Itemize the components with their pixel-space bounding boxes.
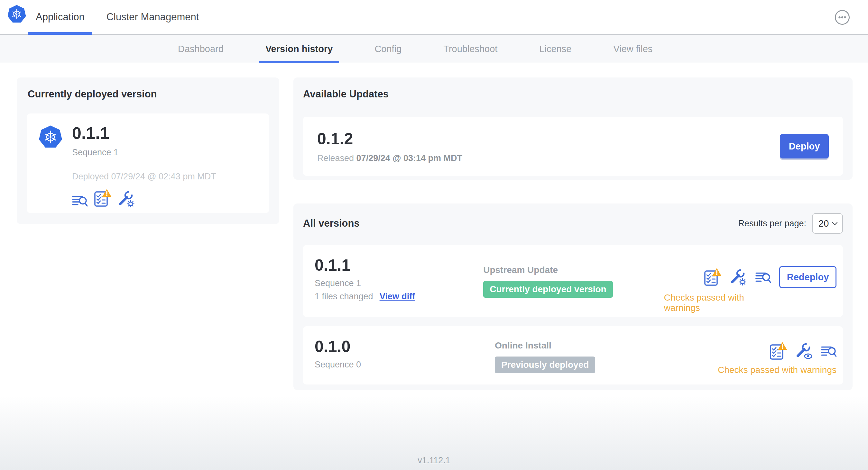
logs-icon[interactable] <box>755 270 771 284</box>
app-kubernetes-icon <box>38 125 63 149</box>
config-icon[interactable] <box>730 269 747 286</box>
results-per-page-value: 20 <box>818 218 829 229</box>
subnav-tabs: Dashboard Version history Config Trouble… <box>172 35 868 63</box>
currently-deployed-card: Currently deployed version 0.1.1 Sequenc… <box>17 77 279 224</box>
subnav-tab-config[interactable]: Config <box>368 35 408 63</box>
subnav-tab-troubleshoot[interactable]: Troubleshoot <box>437 35 504 63</box>
console-version: v1.112.1 <box>0 456 868 466</box>
chevron-down-icon <box>832 222 838 225</box>
subnav-tab-license[interactable]: License <box>533 35 578 63</box>
deployed-version-number: 0.1.1 <box>72 124 216 143</box>
preflight-checks-warning-icon[interactable] <box>770 342 787 360</box>
more-options-button[interactable] <box>835 10 850 25</box>
header-tabs: Application Cluster Management <box>28 0 207 34</box>
previously-deployed-badge: Previously deployed <box>495 357 595 373</box>
row-sequence: Sequence 1 <box>315 278 483 289</box>
deployed-timestamp: Deployed 07/29/24 @ 02:43 pm MDT <box>72 172 216 181</box>
preflight-checks-warning-icon[interactable] <box>94 189 111 207</box>
subnav-tab-version-history[interactable]: Version history <box>259 35 339 63</box>
row-actions <box>770 342 836 360</box>
currently-deployed-badge: Currently deployed version <box>483 281 613 298</box>
all-versions-card: All versions Results per page: 20 0.1.1 … <box>293 203 852 390</box>
update-released-line: Released 07/29/24 @ 03:14 pm MDT <box>317 153 462 163</box>
version-row-0-1-0: 0.1.0 Sequence 0 Online Install Previous… <box>303 326 843 384</box>
results-per-page-label: Results per page: <box>738 219 806 229</box>
subnav-tab-view-files[interactable]: View files <box>607 35 659 63</box>
available-update-row: 0.1.2 Released 07/29/24 @ 03:14 pm MDT D… <box>303 117 843 176</box>
released-prefix: Released <box>317 153 354 163</box>
preflight-status-text: Checks passed with warnings <box>664 293 771 313</box>
logs-icon[interactable] <box>72 194 88 207</box>
results-per-page: Results per page: 20 <box>738 213 843 234</box>
top-navbar: Application Cluster Management <box>0 0 868 35</box>
preflight-checks-warning-icon[interactable] <box>704 268 721 287</box>
row-version-number: 0.1.1 <box>315 256 483 274</box>
update-version-number: 0.1.2 <box>317 130 462 148</box>
row-version-number: 0.1.0 <box>315 337 495 356</box>
tab-cluster-management[interactable]: Cluster Management <box>99 0 207 34</box>
row-actions: Redeploy <box>704 266 836 288</box>
released-date: 07/29/24 @ 03:14 pm MDT <box>356 153 462 163</box>
row-sequence: Sequence 0 <box>315 360 495 370</box>
version-source: Online Install <box>495 340 688 351</box>
config-view-icon[interactable] <box>795 343 813 360</box>
results-per-page-select[interactable]: 20 <box>812 213 843 234</box>
deployed-sequence: Sequence 1 <box>72 147 216 158</box>
preflight-status-text: Checks passed with warnings <box>718 365 836 375</box>
files-changed-label: 1 files changed <box>315 292 373 302</box>
available-updates-card: Available Updates 0.1.2 Released 07/29/2… <box>293 77 852 180</box>
app-subnav: Dashboard Version history Config Trouble… <box>0 35 868 63</box>
currently-deployed-version-panel: 0.1.1 Sequence 1 Deployed 07/29/24 @ 02:… <box>27 113 269 213</box>
version-row-0-1-1: 0.1.1 Sequence 1 1 files changed View di… <box>303 245 843 317</box>
all-versions-title: All versions <box>303 217 360 229</box>
logs-icon[interactable] <box>821 344 836 358</box>
deployed-version-actions <box>72 189 216 207</box>
version-source: Upstream Update <box>483 265 664 275</box>
redeploy-button[interactable]: Redeploy <box>779 266 836 288</box>
deploy-button[interactable]: Deploy <box>780 134 829 159</box>
tab-application[interactable]: Application <box>28 0 92 34</box>
kubernetes-logo-icon <box>7 4 27 24</box>
available-updates-title: Available Updates <box>303 89 843 100</box>
config-icon[interactable] <box>118 191 135 207</box>
view-diff-link[interactable]: View diff <box>380 292 415 302</box>
currently-deployed-title: Currently deployed version <box>28 89 268 100</box>
subnav-tab-dashboard[interactable]: Dashboard <box>172 35 230 63</box>
